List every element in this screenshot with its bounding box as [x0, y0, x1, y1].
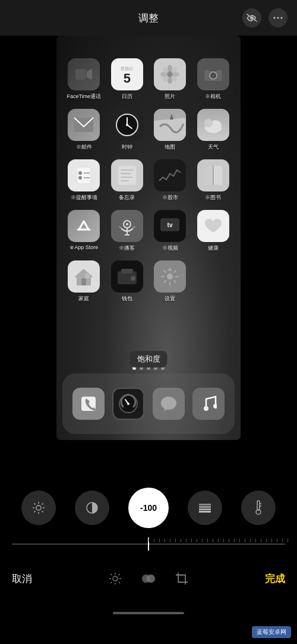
svg-rect-25 — [210, 69, 217, 71]
home-indicator — [113, 612, 184, 614]
svg-rect-47 — [204, 166, 213, 185]
tooltip: 饱和度 — [130, 351, 168, 367]
app-item-calendar[interactable]: 星期日 5 日历 — [108, 58, 147, 100]
app-item-health[interactable]: 健康 — [194, 210, 233, 252]
contrast-filter-btn[interactable] — [75, 491, 109, 525]
saturation-filter-btn[interactable]: -100 — [128, 488, 169, 528]
app-label-wallet: 钱包 — [122, 295, 132, 303]
app-label-weather: 天气 — [208, 143, 219, 151]
app-label-clock: 时钟 — [122, 143, 132, 151]
svg-point-77 — [213, 404, 217, 409]
dock-music[interactable] — [192, 388, 225, 420]
svg-point-76 — [204, 406, 208, 411]
app-item-maps[interactable]: 地图 — [151, 109, 189, 151]
app-item-tv[interactable]: tv ※视频 — [151, 210, 189, 252]
svg-rect-63 — [169, 268, 170, 271]
svg-rect-58 — [85, 274, 90, 278]
svg-line-83 — [34, 504, 36, 505]
svg-rect-65 — [175, 276, 179, 277]
eye-off-button[interactable] — [242, 8, 261, 27]
slider-area[interactable] — [0, 532, 297, 556]
svg-point-30 — [126, 124, 128, 126]
color-filter-btn[interactable] — [188, 491, 222, 525]
app-item-camera[interactable]: ※相机 — [194, 58, 233, 100]
app-label-appstore: ※App Store — [69, 244, 98, 250]
svg-point-2 — [277, 17, 279, 19]
svg-point-106 — [147, 574, 155, 583]
app-item-mail[interactable]: ※邮件 — [65, 109, 103, 151]
app-label-facetime: FaceTime通话 — [67, 93, 101, 100]
brightness-filter-btn[interactable] — [21, 491, 56, 525]
app-label-settings: 设置 — [165, 295, 175, 303]
app-label-camera: ※相机 — [205, 93, 221, 100]
svg-rect-90 — [199, 508, 211, 510]
app-label-health: 健康 — [208, 244, 219, 252]
more-button[interactable] — [268, 8, 287, 27]
svg-rect-60 — [121, 269, 133, 274]
svg-point-1 — [274, 17, 276, 19]
calendar-day: 5 — [124, 72, 131, 85]
app-label-reminders: ※提醒事项 — [71, 194, 97, 202]
filter-buttons: -100 — [0, 488, 297, 528]
app-item-home[interactable]: 家庭 — [65, 260, 103, 303]
app-label-podcasts: ※播客 — [119, 244, 135, 252]
svg-rect-61 — [131, 276, 135, 281]
app-item-photos[interactable]: 照片 — [151, 58, 189, 100]
app-label-tv: ※视频 — [162, 244, 178, 252]
cancel-button[interactable]: 取消 — [12, 572, 32, 586]
svg-point-24 — [211, 74, 215, 77]
svg-point-3 — [281, 17, 283, 19]
saturation-value: -100 — [140, 503, 157, 513]
svg-line-102 — [119, 582, 120, 583]
svg-rect-88 — [199, 504, 211, 505]
app-item-wallet[interactable]: 钱包 — [108, 260, 147, 303]
svg-rect-48 — [214, 166, 222, 185]
app-label-calendar: 日历 — [122, 93, 132, 100]
dock-messages[interactable] — [153, 388, 185, 420]
svg-rect-57 — [81, 278, 86, 285]
done-button[interactable]: 完成 — [265, 572, 285, 586]
svg-line-101 — [110, 574, 112, 575]
top-bar-actions — [242, 8, 287, 27]
temperature-filter-btn[interactable] — [241, 491, 276, 525]
svg-point-62 — [167, 274, 173, 279]
app-label-books: ※图书 — [205, 194, 221, 202]
controls-area: -100 — [0, 476, 297, 644]
slider-track[interactable] — [12, 544, 285, 545]
svg-rect-11 — [75, 69, 86, 80]
style-icon[interactable] — [140, 570, 157, 587]
dock-phone[interactable] — [72, 388, 105, 420]
svg-rect-37 — [77, 167, 91, 184]
app-item-notes[interactable]: 备忘录 — [108, 159, 147, 202]
app-item-appstore[interactable]: ※App Store — [65, 210, 103, 252]
app-grid: FaceTime通话 星期日 5 日历 — [56, 52, 241, 309]
app-item-books[interactable]: ※图书 — [194, 159, 233, 202]
svg-rect-44 — [121, 173, 131, 174]
svg-rect-91 — [199, 511, 211, 513]
app-item-settings[interactable]: 设置 — [151, 260, 189, 303]
tick-marks — [148, 539, 285, 542]
dock — [62, 373, 235, 434]
svg-rect-42 — [118, 166, 136, 185]
app-item-reminders[interactable]: ※提醒事项 — [65, 159, 103, 202]
app-item-stocks[interactable]: ※股市 — [151, 159, 189, 202]
svg-rect-69 — [161, 276, 165, 277]
svg-point-73 — [127, 403, 129, 405]
app-label-mail: ※邮件 — [76, 143, 92, 151]
svg-text:tv: tv — [168, 222, 173, 228]
brightness-adjust-icon[interactable] — [107, 570, 124, 587]
svg-rect-92 — [257, 501, 260, 510]
app-label-stocks: ※股市 — [162, 194, 178, 202]
svg-point-74 — [161, 397, 176, 410]
svg-point-96 — [113, 576, 118, 581]
app-item-clock[interactable]: 时钟 — [108, 109, 147, 151]
crop-icon[interactable] — [173, 570, 190, 587]
app-item-weather[interactable]: 天气 — [194, 109, 233, 151]
action-bar: 取消 — [0, 561, 297, 596]
dock-speedometer[interactable] — [112, 388, 144, 420]
app-item-podcasts[interactable]: ※播客 — [108, 210, 147, 252]
page-title: 调整 — [138, 11, 159, 25]
svg-rect-70 — [163, 270, 167, 274]
app-item-facetime[interactable]: FaceTime通话 — [65, 58, 103, 100]
svg-rect-43 — [121, 169, 134, 171]
